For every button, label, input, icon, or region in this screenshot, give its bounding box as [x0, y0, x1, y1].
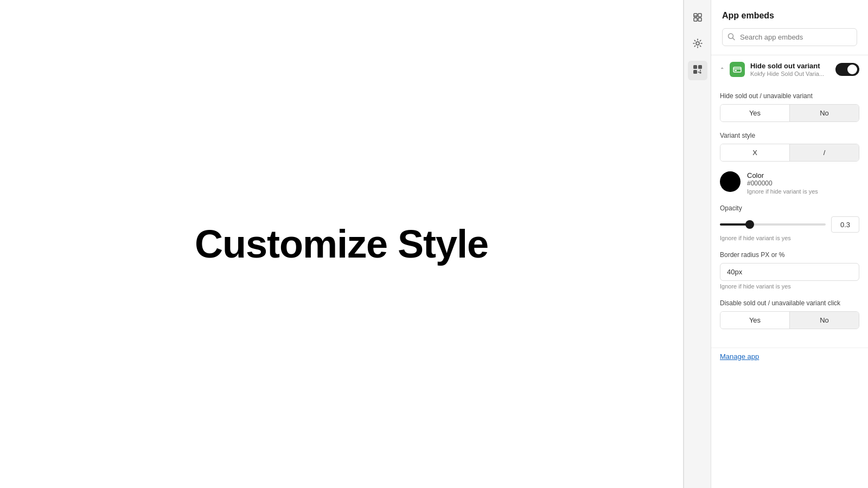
panel-title: App embeds: [722, 11, 857, 21]
toggle-slider: [835, 63, 859, 76]
opacity-value-box: 0.3: [831, 216, 859, 233]
slider-track: [720, 223, 826, 226]
opacity-hint: Ignore if hide variant is yes: [720, 235, 859, 241]
settings-content: Hide sold out / unavaible variant Yes No…: [711, 84, 868, 348]
opacity-slider[interactable]: [720, 220, 826, 229]
color-section: Color #000000 Ignore if hide variant is …: [720, 171, 859, 195]
chevron-up-icon: ⌃: [720, 67, 724, 73]
color-swatch[interactable]: [720, 171, 741, 192]
disable-click-yes-btn[interactable]: Yes: [720, 312, 789, 329]
disable-click-btn-group: Yes No: [720, 311, 859, 329]
color-hint: Ignore if hide variant is yes: [747, 188, 818, 195]
hide-variant-btn-group: Yes No: [720, 104, 859, 122]
svg-rect-8: [693, 70, 697, 74]
embed-subname: Kokfy Hide Sold Out Varia...: [750, 70, 830, 77]
main-canvas: Customize Style: [0, 0, 683, 488]
disable-click-no-btn[interactable]: No: [790, 312, 859, 329]
svg-point-5: [696, 42, 699, 45]
app-icon: [730, 62, 745, 77]
svg-rect-0: [694, 14, 697, 17]
hide-variant-label: Hide sold out / unavaible variant: [720, 92, 859, 100]
disable-click-section: Disable sold out / unavailable variant c…: [720, 299, 859, 329]
color-label: Color: [747, 171, 818, 179]
border-radius-section: Border radius PX or % Ignore if hide var…: [720, 251, 859, 290]
color-info: Color #000000 Ignore if hide variant is …: [747, 171, 818, 195]
hide-variant-no-btn[interactable]: No: [790, 105, 859, 121]
svg-rect-2: [694, 18, 697, 21]
layout-icon: [692, 12, 703, 25]
svg-rect-3: [698, 18, 701, 21]
svg-rect-9: [699, 72, 701, 73]
svg-line-13: [733, 38, 735, 40]
color-row: Color #000000 Ignore if hide variant is …: [720, 171, 859, 195]
manage-app-link[interactable]: Manage app: [711, 348, 868, 369]
variant-style-x-btn[interactable]: X: [720, 144, 789, 161]
opacity-label: Opacity: [720, 204, 859, 212]
search-box: [722, 28, 857, 46]
svg-rect-14: [733, 67, 741, 72]
hide-variant-section: Hide sold out / unavaible variant Yes No: [720, 92, 859, 122]
embed-toggle[interactable]: [835, 63, 859, 76]
panel-header: App embeds: [711, 0, 868, 55]
opacity-section: Opacity 0.3 Ignore if hide variant is ye…: [720, 204, 859, 241]
border-radius-input[interactable]: [720, 263, 859, 281]
disable-click-label: Disable sold out / unavailable variant c…: [720, 299, 859, 307]
variant-style-section: Variant style X /: [720, 132, 859, 162]
slider-thumb: [745, 220, 754, 229]
search-input[interactable]: [722, 28, 857, 46]
settings-icon-btn[interactable]: [688, 35, 707, 54]
svg-rect-16: [735, 70, 737, 71]
opacity-row: 0.3: [720, 216, 859, 233]
svg-rect-6: [693, 65, 697, 69]
layout-icon-btn[interactable]: [688, 9, 707, 28]
icon-strip: [684, 0, 711, 488]
border-radius-label: Border radius PX or %: [720, 251, 859, 259]
settings-icon: [692, 38, 703, 52]
embed-name: Hide sold out variant: [750, 62, 830, 70]
variant-style-slash-btn[interactable]: /: [790, 144, 859, 161]
search-icon: [727, 33, 735, 42]
embed-item-header[interactable]: ⌃ Hide sold out variant Kokfy Hide Sold …: [711, 55, 868, 84]
apps-icon: [692, 64, 703, 78]
app-embeds-panel: App embeds ⌃: [711, 0, 868, 488]
variant-style-btn-group: X /: [720, 144, 859, 162]
page-title: Customize Style: [195, 222, 488, 266]
svg-rect-1: [698, 14, 701, 17]
variant-style-label: Variant style: [720, 132, 859, 139]
embed-item: ⌃ Hide sold out variant Kokfy Hide Sold …: [711, 55, 868, 348]
border-radius-hint: Ignore if hide variant is yes: [720, 283, 859, 290]
hide-variant-yes-btn[interactable]: Yes: [720, 105, 789, 121]
embed-name-wrap: Hide sold out variant Kokfy Hide Sold Ou…: [750, 62, 830, 77]
apps-icon-btn[interactable]: [688, 61, 707, 80]
sidebar-wrapper: App embeds ⌃: [683, 0, 868, 488]
svg-rect-7: [698, 65, 702, 69]
color-value: #000000: [747, 179, 818, 187]
